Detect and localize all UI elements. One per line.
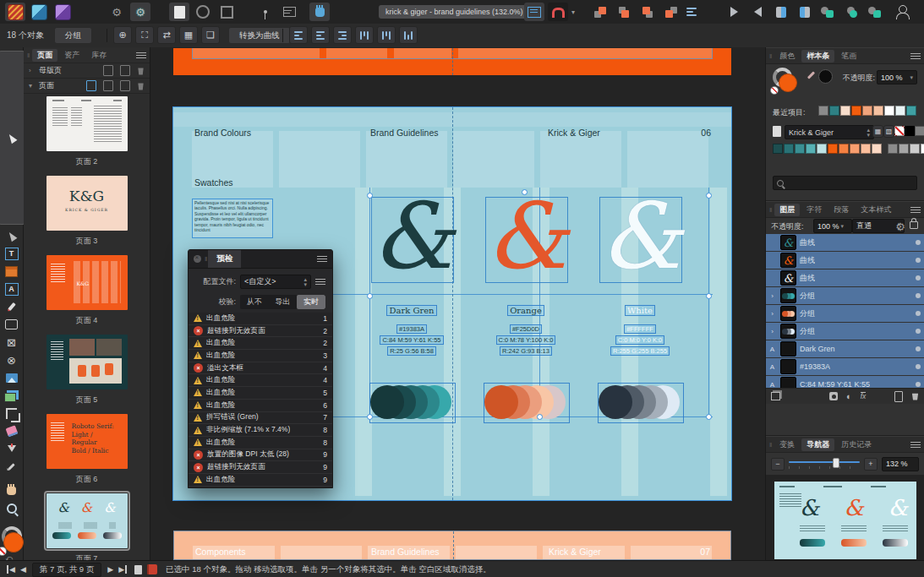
layer-visible-dot[interactable] — [916, 346, 921, 351]
zoom-out-button[interactable]: − — [771, 458, 785, 471]
lock-icon[interactable] — [910, 221, 918, 229]
tab-图层[interactable]: 图层 — [774, 204, 800, 216]
selection-handle[interactable] — [522, 189, 528, 195]
preflight-tab[interactable]: 预检 — [208, 250, 241, 268]
tab-导航器[interactable]: 导航器 — [801, 438, 834, 451]
tool-artistic-text[interactable]: A — [3, 282, 21, 296]
swatch[interactable] — [915, 126, 924, 136]
colour-name[interactable]: Dark Gren — [369, 305, 454, 316]
ampersand-Orange[interactable]: & — [485, 197, 568, 283]
panel-menu-icon[interactable] — [910, 442, 921, 448]
mirror-icon[interactable]: ⇄ — [157, 26, 176, 44]
tool-picture-frame-ellipse[interactable]: ⊗ — [3, 353, 21, 367]
boolean-subtract-icon[interactable] — [840, 3, 861, 21]
panel-menu-icon[interactable] — [910, 53, 921, 59]
zoom-slider-thumb[interactable] — [833, 458, 839, 468]
layer-visible-dot[interactable] — [916, 329, 921, 334]
layer-row-分组[interactable]: ›分组 — [766, 323, 924, 340]
move-anchor-icon[interactable]: ⊕ — [113, 26, 132, 44]
tool-zoom[interactable] — [3, 502, 21, 515]
colour-name[interactable]: White — [598, 305, 682, 316]
text-frame-icon[interactable] — [524, 3, 544, 21]
align-bottom-icon[interactable] — [399, 26, 418, 44]
margins-view-icon[interactable] — [193, 3, 213, 21]
align-right-icon[interactable] — [333, 26, 352, 44]
header-brand-guidelines[interactable]: Brand Guidelines — [370, 128, 439, 138]
move-forward-icon[interactable] — [614, 3, 634, 21]
page-thumbnail[interactable]: Roboto Serif: Light / Regular Bold / Ita… — [46, 414, 128, 469]
ampersand-White[interactable]: & — [599, 197, 682, 283]
page-thumbnail-item[interactable]: 页面 2 — [24, 96, 150, 176]
swatch[interactable] — [806, 144, 816, 154]
tool-erase[interactable] — [3, 424, 21, 438]
align-middle-icon[interactable] — [377, 26, 396, 44]
swatch[interactable] — [851, 106, 861, 116]
preflight-issue[interactable]: 拼写错误 (Gren)7 — [189, 412, 332, 425]
profile-menu-icon[interactable] — [315, 279, 325, 285]
header-brand-colours[interactable]: Brand Colours — [194, 128, 251, 138]
preflight-issue[interactable]: 非比例缩放 (7.1% x 7.4%)8 — [189, 424, 332, 437]
tool-color-picker[interactable] — [3, 460, 21, 473]
section-title[interactable]: Swatches — [194, 177, 233, 188]
tool-table[interactable] — [3, 264, 21, 278]
edit-swatch-icon[interactable]: ▧ — [883, 125, 894, 138]
apply-master-icon[interactable] — [86, 80, 96, 91]
publisher-app-icon[interactable] — [5, 3, 25, 21]
tab-资产[interactable]: 资产 — [59, 49, 85, 62]
pages-section-row[interactable]: ▾ 页面 — [24, 79, 150, 94]
colour-rgb[interactable]: R:25 G:56 B:58 — [369, 346, 454, 356]
snapping-dropdown-caret[interactable]: ▾ — [571, 8, 575, 16]
header-brand-guidelines[interactable]: Brand Guidelines — [371, 547, 440, 557]
preflight-issue[interactable]: 出血危险3 — [189, 350, 332, 362]
rotate-ccw-icon[interactable] — [771, 3, 791, 21]
next-page-button[interactable]: ▶ — [107, 565, 113, 574]
fill-stroke-selector[interactable] — [773, 68, 806, 98]
preflight-issue[interactable]: 出血危险2 — [189, 337, 332, 350]
boolean-add-icon[interactable] — [817, 3, 837, 21]
flip-horizontal-icon[interactable] — [724, 3, 744, 21]
account-person-icon[interactable] — [893, 3, 913, 21]
tool-place-image[interactable] — [3, 371, 21, 384]
tab-笔画[interactable]: 笔画 — [836, 50, 861, 63]
pin-icon[interactable] — [255, 3, 276, 21]
move-to-front-icon[interactable] — [590, 3, 610, 21]
tool-picture-frame-rect[interactable]: ⊠ — [3, 335, 21, 349]
tool-node[interactable] — [3, 229, 21, 242]
layer-visible-dot[interactable] — [916, 311, 921, 316]
preflight-titlebar[interactable]: ‖ 预检 — [189, 250, 332, 269]
zoom-value[interactable]: 132 % — [882, 457, 919, 471]
colour-hex[interactable]: #FFFFFF — [598, 324, 682, 334]
layer-row-曲线[interactable]: &曲线 — [766, 252, 924, 269]
preflight-issue[interactable]: ×超链接到无效页面2 — [189, 325, 332, 338]
panel-grip-icon[interactable]: ‖ — [769, 441, 773, 449]
convert-to-curves-button[interactable]: 转换为曲线 — [228, 27, 291, 44]
boolean-intersect-icon[interactable] — [864, 3, 884, 21]
tool-assets[interactable] — [3, 389, 21, 402]
preflight-issue[interactable]: 出血危险9 — [189, 474, 332, 487]
check-option-实时[interactable]: 实时 — [297, 295, 325, 309]
colour-cmyk[interactable]: C:0 M:78 Y:100 K:0 — [484, 335, 568, 345]
tab-样本条[interactable]: 样本条 — [801, 50, 834, 63]
layer-row-Dark Gren[interactable]: ADark Gren — [766, 340, 924, 357]
header-page-number[interactable]: 07 — [700, 547, 710, 557]
mask-layer-icon[interactable] — [829, 392, 838, 400]
swatch[interactable] — [888, 144, 898, 154]
tab-颜色[interactable]: 颜色 — [774, 50, 800, 63]
swatch[interactable] — [817, 144, 827, 154]
ampersand-Dark Gren[interactable]: & — [371, 197, 454, 283]
selection-handle[interactable] — [706, 193, 712, 199]
swatch[interactable] — [872, 144, 882, 154]
move-to-back-icon[interactable] — [661, 3, 681, 21]
document-view-icon[interactable] — [169, 3, 189, 21]
tool-pan[interactable] — [3, 484, 21, 498]
swatch[interactable] — [884, 106, 894, 116]
layer-visible-dot[interactable] — [916, 275, 921, 280]
delete-page-icon[interactable] — [137, 82, 145, 90]
zoom-in-button[interactable]: + — [864, 458, 878, 471]
layer-visible-dot[interactable] — [916, 382, 921, 387]
add-page-icon[interactable] — [103, 80, 113, 91]
selection-handle[interactable] — [367, 293, 373, 299]
preflight-issue[interactable]: ×溢出文本框4 — [189, 362, 332, 375]
rotate-cw-icon[interactable] — [795, 3, 815, 21]
swatch[interactable] — [840, 106, 850, 116]
